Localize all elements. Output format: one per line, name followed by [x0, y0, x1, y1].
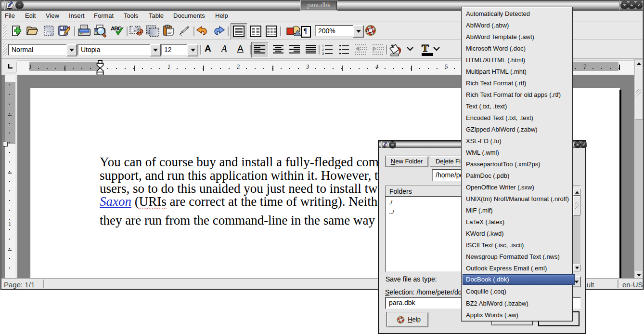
svg-text:2: 2 [322, 48, 324, 52]
svg-text:¶: ¶ [304, 27, 307, 35]
svg-text:3: 3 [322, 52, 324, 55]
svg-text:1: 1 [322, 44, 324, 48]
svg-text:T: T [422, 43, 429, 54]
